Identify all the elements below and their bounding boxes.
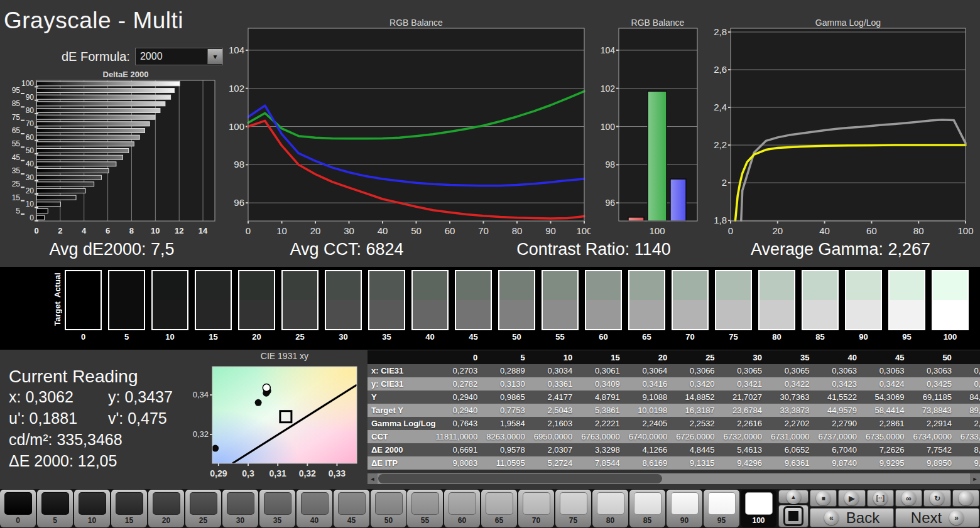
swatch-target <box>153 300 187 329</box>
swatch-actual <box>846 271 881 300</box>
svg-text:5: 5 <box>16 207 20 215</box>
patch-button-75[interactable]: 75 <box>555 490 591 527</box>
pattern-window-button[interactable] <box>778 505 808 527</box>
table-cell: 4,1266 <box>629 443 676 456</box>
svg-text:40: 40 <box>26 159 35 168</box>
table-cell: 44,9579 <box>819 404 866 417</box>
table-cell: 8263,0000 <box>486 430 533 443</box>
table-cell: 2,2702 <box>771 417 818 430</box>
table-cell: 0,3424 <box>866 377 913 391</box>
swatch-label: 60 <box>585 332 622 342</box>
patch-button-100[interactable]: 100 <box>741 490 776 527</box>
table-cell: 6733,0000 <box>961 430 980 443</box>
next-button[interactable]: Next » <box>895 508 979 527</box>
swatch-label: 75 <box>715 332 752 342</box>
patch-button-30[interactable]: 30 <box>222 490 258 527</box>
patch-chip <box>41 492 69 515</box>
table-cell: 9,1088 <box>629 391 676 404</box>
patch-button-85[interactable]: 85 <box>629 490 665 527</box>
table-cell: 6950,0000 <box>534 430 581 443</box>
svg-text:100: 100 <box>229 121 244 132</box>
table-cell: 0,3130 <box>486 377 533 391</box>
swatch-target <box>543 300 577 329</box>
current-reading-title: Current Reading <box>9 367 138 387</box>
rgb-balance-line-chart: RGB Balance96981001021040102030405060708… <box>226 18 591 241</box>
table-cell: 7,8544 <box>581 456 628 470</box>
patch-button-0[interactable]: 0 <box>0 490 36 527</box>
table-cell: 7,7542 <box>913 443 960 456</box>
patch-button-35[interactable]: 35 <box>259 490 295 527</box>
svg-text:CIE 1931 xy: CIE 1931 xy <box>261 351 308 361</box>
table-column-header: 50 <box>913 350 960 364</box>
swatch-25 <box>281 270 318 330</box>
chevron-right-icon: » <box>949 510 964 525</box>
swatch-actual <box>66 271 101 300</box>
average-gamma-stat: Average Gamma: 2,267 <box>718 240 963 259</box>
table-cell: 0,3034 <box>534 364 581 377</box>
svg-text:85: 85 <box>12 99 21 108</box>
swatch-target <box>456 300 491 329</box>
patch-button-20[interactable]: 20 <box>148 490 184 527</box>
custom-pattern-icon: [··] <box>873 491 888 505</box>
svg-text:0,31: 0,31 <box>270 468 286 478</box>
table-cell: 11811,0000 <box>436 430 487 443</box>
table-cell: 0,3420 <box>676 377 723 391</box>
patch-button-40[interactable]: 40 <box>297 490 332 527</box>
table-cell: 0,3063 <box>961 364 980 377</box>
patch-button-90[interactable]: 90 <box>667 490 702 527</box>
table-scrollbar[interactable]: ◄ ► <box>368 473 980 484</box>
patch-button-15[interactable]: 15 <box>111 490 147 527</box>
swatch-target <box>803 300 837 329</box>
svg-text:104: 104 <box>601 45 616 55</box>
play-button[interactable]: ▶ <box>838 490 865 507</box>
table-cell: 0,3423 <box>819 377 866 391</box>
loop-button[interactable]: ∞ <box>895 490 922 507</box>
stop-icon: ■ <box>816 491 830 505</box>
swatch-70 <box>672 270 709 330</box>
de-formula-dropdown[interactable]: 2000 ▼ <box>135 48 223 65</box>
table-cell: 7,2626 <box>866 443 913 456</box>
table-column-header: 10 <box>534 350 581 364</box>
de-formula-label: dE Formula: <box>62 50 130 64</box>
patch-button-10[interactable]: 10 <box>74 490 110 527</box>
swatch-0 <box>65 270 102 330</box>
pattern-up-button[interactable]: ▲ <box>778 490 808 504</box>
scrollbar-thumb[interactable] <box>378 474 662 483</box>
scroll-right-icon[interactable]: ► <box>970 473 980 484</box>
refresh-button[interactable]: ↻ <box>923 490 950 507</box>
svg-text:20: 20 <box>772 225 783 236</box>
patch-label: 40 <box>297 516 332 525</box>
chevron-left-icon: « <box>824 510 839 525</box>
patch-button-55[interactable]: 55 <box>407 490 443 527</box>
patch-button-95[interactable]: 95 <box>704 490 739 527</box>
table-row-label: x: CIE31 <box>368 364 436 377</box>
blank-circle-icon <box>959 491 973 505</box>
table-cell: 2,2405 <box>629 417 676 430</box>
svg-text:14: 14 <box>199 226 208 235</box>
patch-button-80[interactable]: 80 <box>592 490 628 527</box>
table-cell: 54,3069 <box>866 391 913 404</box>
table-cell: 84,6517 <box>961 391 980 404</box>
patch-button-25[interactable]: 25 <box>185 490 221 527</box>
swatch-label: 80 <box>758 332 795 342</box>
patch-button-70[interactable]: 70 <box>518 490 554 527</box>
patch-button-5[interactable]: 5 <box>37 490 73 527</box>
swatch-label: 5 <box>108 332 145 342</box>
table-cell: 0,2940 <box>436 391 487 404</box>
patch-button-50[interactable]: 50 <box>371 490 406 527</box>
table-cell: 9,6361 <box>771 456 818 470</box>
back-button[interactable]: « Back <box>810 508 894 527</box>
patch-chip <box>153 492 180 515</box>
stop-button[interactable]: ■ <box>810 490 837 507</box>
patch-button-60[interactable]: 60 <box>444 490 480 527</box>
patch-label: 70 <box>518 516 554 525</box>
scroll-left-icon[interactable]: ◄ <box>368 473 378 484</box>
custom-pattern-button[interactable]: [··] <box>867 490 894 507</box>
patch-button-65[interactable]: 65 <box>481 490 517 527</box>
patch-button-45[interactable]: 45 <box>334 490 369 527</box>
refresh-icon: ↻ <box>930 491 944 505</box>
swatch-label: 0 <box>65 332 102 342</box>
avg-cct-stat: Avg CCT: 6824 <box>237 240 457 259</box>
extra-button[interactable] <box>952 490 979 507</box>
cie-chart: CIE 1931 xy0,290,30,310,320,330,320,34 <box>188 350 371 490</box>
